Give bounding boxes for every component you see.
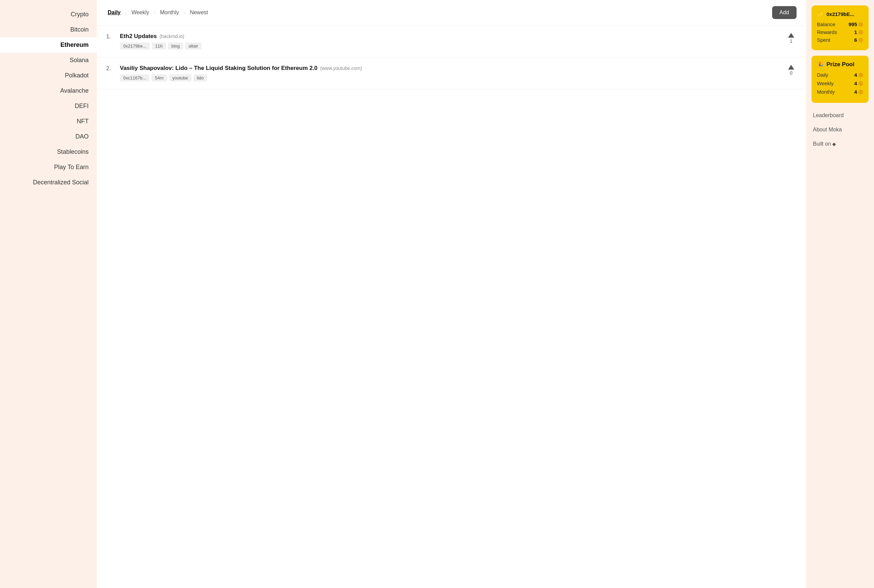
prize-label: Monthly [817, 89, 835, 95]
nav-separator: · [154, 10, 155, 15]
post-tag[interactable]: 0xc1167b... [120, 74, 149, 81]
vote-count: 0 [790, 70, 793, 76]
post-tag[interactable]: lido [193, 74, 207, 81]
user-stat-value: 1 [854, 29, 863, 35]
user-stat-row: Rewards1 [817, 29, 863, 35]
prize-value: 4 [854, 72, 863, 78]
sidebar-item-decentralized-social[interactable]: Decentralized Social [0, 175, 97, 190]
built-on-label: Built on [813, 141, 831, 147]
sidebar-item-defi[interactable]: DEFI [0, 99, 97, 114]
post-vote: 0 [786, 65, 797, 76]
add-button[interactable]: Add [772, 6, 797, 19]
post-content: Vasiliy Shapovalov: Lido – The Liquid St… [120, 65, 780, 81]
prize-card-header: 🎉 Prize Pool [817, 61, 863, 68]
user-card-header: ✨ 0x2179bE... [817, 11, 863, 17]
right-link-leaderboard[interactable]: Leaderboard [811, 108, 869, 123]
prize-value: 4 [854, 81, 863, 86]
sidebar-item-bitcoin[interactable]: Bitcoin [0, 22, 97, 38]
prize-row: Daily4 [817, 72, 863, 78]
upvote-arrow[interactable] [788, 33, 794, 38]
user-card: ✨ 0x2179bE... Balance995 Rewards1 Spent6 [811, 5, 869, 50]
nav-tabs: Daily·Weekly·Monthly·Newest [106, 9, 209, 16]
post-domain: (www.youtube.com) [320, 66, 362, 71]
post-tag[interactable]: altair [185, 42, 201, 50]
right-link-about-moka[interactable]: About Moka [811, 123, 869, 137]
post-domain: (hackmd.io) [160, 34, 184, 39]
built-on-row: Built on ◆ [811, 137, 869, 151]
vote-count: 1 [790, 38, 793, 44]
posts-list: 1.Eth2 Updates(hackmd.io)0x2179be...11hb… [97, 26, 806, 89]
coin-symbol [858, 81, 863, 86]
coin-symbol [858, 73, 863, 77]
main-content: Daily·Weekly·Monthly·Newest Add 1.Eth2 U… [97, 0, 806, 588]
post-tag[interactable]: 11h [152, 42, 166, 50]
sidebar-item-polkadot[interactable]: Polkadot [0, 68, 97, 83]
sidebar-item-avalanche[interactable]: Avalanche [0, 83, 97, 99]
post-number: 1. [106, 33, 114, 40]
coin-symbol [858, 90, 863, 94]
sidebar-item-crypto[interactable]: Crypto [0, 7, 97, 22]
post-item: 1.Eth2 Updates(hackmd.io)0x2179be...11hb… [97, 26, 806, 57]
post-tag[interactable]: blog [168, 42, 183, 50]
user-stat-row: Balance995 [817, 21, 863, 27]
coin-symbol [858, 30, 863, 34]
user-stat-row: Spent6 [817, 37, 863, 43]
prize-row: Monthly4 [817, 89, 863, 95]
sidebar: CryptoBitcoinEthereumSolanaPolkadotAvala… [0, 0, 97, 588]
tab-monthly[interactable]: Monthly [159, 9, 180, 16]
user-stat-value: 6 [854, 37, 863, 43]
party-icon: 🎉 [817, 62, 824, 68]
prize-label: Daily [817, 72, 828, 78]
upvote-arrow[interactable] [788, 65, 794, 70]
prize-label: Weekly [817, 81, 834, 86]
sidebar-item-nft[interactable]: NFT [0, 114, 97, 129]
post-title[interactable]: Vasiliy Shapovalov: Lido – The Liquid St… [120, 65, 318, 72]
nav-separator: · [125, 10, 127, 15]
user-stat-value: 995 [849, 21, 863, 27]
post-title[interactable]: Eth2 Updates [120, 33, 157, 40]
right-panel: ✨ 0x2179bE... Balance995 Rewards1 Spent6… [806, 0, 874, 588]
user-address[interactable]: 0x2179bE... [826, 11, 854, 17]
prize-row: Weekly4 [817, 81, 863, 86]
tab-weekly[interactable]: Weekly [130, 9, 150, 16]
prize-pool-title: Prize Pool [826, 61, 854, 68]
user-stat-label: Balance [817, 21, 835, 27]
sparkles-icon: ✨ [817, 11, 824, 17]
diamond-icon: ◆ [832, 141, 836, 147]
tab-newest[interactable]: Newest [189, 9, 209, 16]
sidebar-item-solana[interactable]: Solana [0, 52, 97, 68]
sidebar-item-ethereum[interactable]: Ethereum [0, 38, 97, 52]
main-header: Daily·Weekly·Monthly·Newest Add [97, 0, 806, 26]
sidebar-item-dao[interactable]: DAO [0, 129, 97, 144]
user-stat-label: Spent [817, 37, 830, 43]
prize-card: 🎉 Prize Pool Daily4 Weekly4 Monthly4 [811, 56, 869, 103]
post-number: 2. [106, 65, 114, 72]
coin-symbol [858, 38, 863, 42]
coin-symbol [858, 22, 863, 27]
tab-daily[interactable]: Daily [106, 9, 122, 16]
post-vote: 1 [786, 33, 797, 44]
post-tag[interactable]: youtube [169, 74, 192, 81]
post-content: Eth2 Updates(hackmd.io)0x2179be...11hblo… [120, 33, 780, 50]
prize-value: 4 [854, 89, 863, 95]
nav-separator: · [184, 10, 185, 15]
sidebar-item-play-to-earn[interactable]: Play To Earn [0, 159, 97, 175]
sidebar-item-stablecoins[interactable]: Stablecoins [0, 144, 97, 159]
post-tag[interactable]: 0x2179be... [120, 42, 150, 50]
user-stat-label: Rewards [817, 29, 837, 35]
post-item: 2.Vasiliy Shapovalov: Lido – The Liquid … [97, 57, 806, 89]
post-tag[interactable]: 54m [151, 74, 167, 81]
